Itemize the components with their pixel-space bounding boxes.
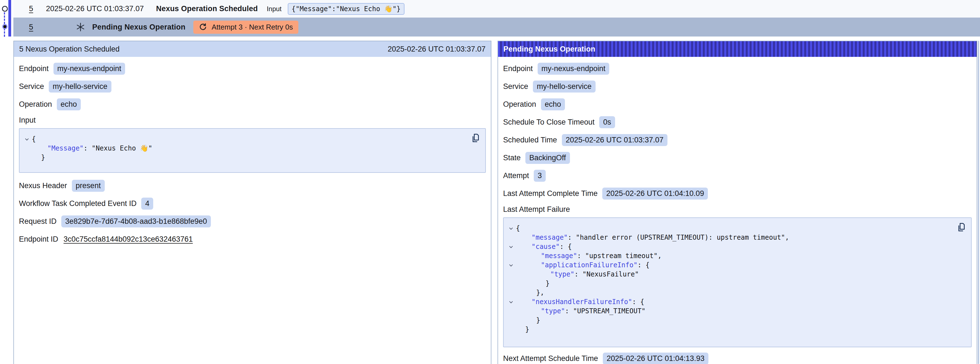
field-label: Operation	[19, 100, 52, 109]
field-value-badge: BackingOff	[525, 152, 570, 164]
field-label: Service	[503, 82, 528, 91]
field-request-id: Request ID3e829b7e-7d67-4b08-aad3-b1e868…	[19, 215, 486, 227]
event-id-link[interactable]: 5	[29, 23, 33, 32]
json-line-content: "applicationFailureInfo": {	[516, 260, 650, 270]
field-scheduled-time: Scheduled Time2025-02-26 UTC 01:03:37.07	[503, 134, 972, 146]
field-nexus-header: Nexus Headerpresent	[19, 179, 486, 192]
pending-event-title: Pending Nexus Operation	[92, 23, 186, 32]
field-service: Servicemy-hello-service	[503, 80, 972, 93]
scheduled-fields-bottom: Nexus HeaderpresentWorkflow Task Complet…	[19, 179, 486, 245]
collapse-chevron-icon[interactable]	[506, 297, 516, 307]
json-text: : "upstream timeout",	[577, 252, 662, 260]
collapse-chevron-icon[interactable]	[506, 242, 516, 251]
scheduled-panel-timestamp: 2025-02-26 UTC 01:03:37.07	[388, 45, 485, 54]
json-line-content: "message": "handler error (UPSTREAM_TIME…	[516, 233, 789, 242]
collapse-chevron-icon[interactable]	[506, 260, 516, 270]
json-code-line: "type": "NexusFailure"	[506, 270, 953, 279]
json-line-content: "Message": "Nexus Echo 👋"	[32, 144, 153, 153]
collapse-chevron-icon[interactable]	[506, 224, 516, 233]
field-label: Endpoint ID	[19, 235, 58, 244]
timeline-event-marker-current	[2, 24, 8, 29]
field-value-badge: my-nexus-endpoint	[538, 63, 609, 75]
input-block-label: Input	[19, 116, 486, 125]
pending-operation-panel: Pending Nexus Operation Endpointmy-nexus…	[498, 41, 977, 364]
history-row-nexus-operation-scheduled[interactable]: 5 2025-02-26 UTC 01:03:37.07 Nexus Opera…	[13, 0, 980, 18]
field-label: Operation	[503, 100, 536, 109]
attempt-retry-badge: Attempt 3 · Next Retry 0s	[193, 21, 298, 34]
json-code-line: "type": "UPSTREAM_TIMEOUT"	[506, 307, 953, 316]
field-label: Attempt	[503, 171, 529, 180]
field-endpoint: Endpointmy-nexus-endpoint	[503, 62, 972, 75]
event-title: Nexus Operation Scheduled	[156, 5, 258, 13]
copy-icon[interactable]	[470, 133, 481, 143]
json-line-content: "cause": {	[516, 242, 572, 251]
field-value-badge: 4	[141, 198, 153, 209]
field-label: Service	[19, 82, 44, 91]
timeline-event-marker-open	[2, 6, 8, 12]
json-text: : "Nexus Echo 👋"	[84, 144, 153, 152]
gutter-spacer	[506, 279, 516, 288]
json-text: }	[546, 279, 549, 287]
json-line-content: "nexusHandlerFailureInfo": {	[516, 297, 644, 307]
scheduled-panel-header: 5 Nexus Operation Scheduled 2025-02-26 U…	[14, 41, 491, 57]
field-value-badge: my-hello-service	[49, 81, 111, 93]
json-key: "type"	[541, 307, 565, 315]
gutter-spacer	[506, 288, 516, 297]
pending-panel-title: Pending Nexus Operation	[503, 45, 595, 54]
input-json-lines: {"Message": "Nexus Echo 👋"}	[22, 135, 468, 162]
field-value-badge: 3	[534, 170, 546, 182]
json-code-line: }	[506, 325, 953, 334]
json-text: : {	[632, 298, 644, 306]
json-text: }	[536, 316, 540, 324]
json-text: {	[32, 135, 36, 143]
json-line-content: "type": "UPSTREAM_TIMEOUT"	[516, 307, 646, 316]
json-text: }	[525, 326, 529, 333]
json-line-content: }	[32, 153, 45, 162]
field-endpoint: Endpointmy-nexus-endpoint	[19, 62, 486, 75]
field-value-badge: 2025-02-26 UTC 01:04:10.09	[602, 188, 708, 200]
field-label: State	[503, 153, 521, 162]
json-line-content: }	[516, 325, 529, 334]
gutter-spacer	[506, 316, 516, 325]
json-code-line: }	[506, 316, 953, 325]
json-code-line: {	[22, 135, 468, 144]
field-label: Next Attempt Schedule Time	[503, 354, 598, 363]
json-code-line: "cause": {	[506, 242, 953, 251]
vertical-scrollbar[interactable]	[978, 41, 979, 364]
field-value-badge: echo	[541, 98, 565, 110]
gutter-spacer	[506, 270, 516, 279]
field-label: Last Attempt Complete Time	[503, 189, 598, 198]
field-label: Workflow Task Completed Event ID	[19, 199, 137, 208]
event-id-link[interactable]: 5	[29, 5, 33, 13]
field-value-badge: 0s	[599, 116, 615, 128]
event-history-rows: 5 2025-02-26 UTC 01:03:37.07 Nexus Opera…	[13, 0, 980, 37]
collapse-chevron-icon[interactable]	[22, 135, 32, 144]
json-code-line: },	[506, 288, 953, 297]
copy-icon[interactable]	[956, 222, 967, 232]
timeline-progress-bar	[8, 0, 11, 37]
gutter-spacer	[22, 144, 32, 153]
field-attempt: Attempt3	[503, 169, 972, 182]
json-text: : "NexusFailure"	[574, 270, 639, 278]
json-text: {	[516, 224, 520, 232]
field-label: Schedule To Close Timeout	[503, 118, 595, 126]
input-json-block: {"Message": "Nexus Echo 👋"}	[19, 128, 486, 173]
json-line-content: }	[516, 316, 540, 325]
json-line-content: "message": "upstream timeout",	[516, 251, 662, 260]
field-next-attempt-schedule-time: Next Attempt Schedule Time2025-02-26 UTC…	[503, 352, 972, 364]
json-line-content: {	[516, 224, 520, 233]
json-key: "message"	[531, 233, 568, 241]
field-label: Request ID	[19, 217, 57, 226]
history-row-pending-nexus-operation[interactable]: 5 Pending Nexus Operation Attempt 3 · Ne…	[13, 18, 980, 37]
field-value-badge: echo	[57, 98, 81, 110]
field-last-attempt-complete-time: Last Attempt Complete Time2025-02-26 UTC…	[503, 187, 972, 200]
field-value-link[interactable]: 3c0c75ccfa8144b092c13ce632463761	[63, 233, 193, 245]
json-text: : "handler error (UPSTREAM_TIMEOUT): ups…	[568, 233, 789, 241]
json-code-line: {	[506, 224, 953, 233]
event-timestamp: 2025-02-26 UTC 01:03:37.07	[46, 5, 144, 13]
json-key: "nexusHandlerFailureInfo"	[531, 298, 632, 306]
field-value-badge: present	[72, 180, 105, 192]
json-key: "applicationFailureInfo"	[541, 261, 638, 269]
field-service: Servicemy-hello-service	[19, 80, 486, 93]
json-text: : {	[560, 243, 572, 251]
